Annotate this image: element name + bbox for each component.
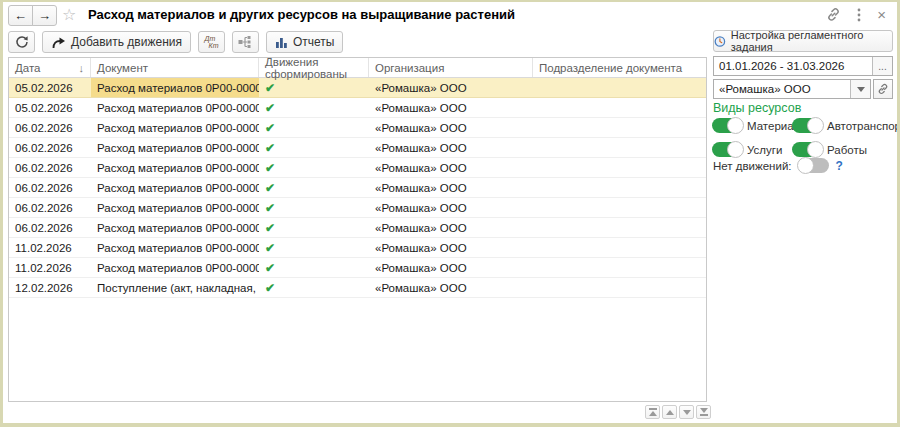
cell-organization[interactable]: «Ромашка» ООО <box>369 218 533 237</box>
go-previous-button[interactable] <box>662 405 677 419</box>
dt-kt-posting-button[interactable]: ДтКт <box>198 31 225 53</box>
cell-date[interactable]: 06.02.2026 <box>9 198 91 217</box>
cell-department[interactable] <box>533 158 706 177</box>
help-icon[interactable]: ? <box>836 159 843 173</box>
cell-date[interactable]: 06.02.2026 <box>9 178 91 197</box>
cell-department[interactable] <box>533 118 706 137</box>
period-value[interactable]: 01.01.2026 - 31.03.2026 <box>714 57 872 75</box>
reports-button[interactable]: Отчеты <box>266 31 343 53</box>
cell-department[interactable] <box>533 238 706 257</box>
table-row[interactable]: 06.02.2026Расход материалов 0Р00-000011.… <box>9 198 706 218</box>
go-next-button[interactable] <box>679 405 694 419</box>
cell-date[interactable]: 06.02.2026 <box>9 158 91 177</box>
table-row[interactable]: 06.02.2026Расход материалов 0Р00-000008.… <box>9 138 706 158</box>
cell-department[interactable] <box>533 278 706 297</box>
cell-department[interactable] <box>533 218 706 237</box>
cell-posted[interactable]: ✔ <box>259 198 369 217</box>
organization-value[interactable]: «Ромашка» ООО <box>714 80 850 98</box>
column-header-1[interactable]: Документ <box>91 58 259 77</box>
toggle-autotransport[interactable] <box>792 118 822 133</box>
favorite-star-icon[interactable]: ☆ <box>62 5 76 24</box>
table-row[interactable]: 06.02.2026Расход материалов 0Р00-000007.… <box>9 118 706 138</box>
go-last-button[interactable] <box>696 405 711 419</box>
scheduled-job-settings-button[interactable]: Настройка регламентного задания <box>713 30 893 52</box>
go-first-button[interactable] <box>645 405 660 419</box>
cell-posted[interactable]: ✔ <box>259 118 369 137</box>
cell-document[interactable]: Расход материалов 0Р00-000013... <box>91 258 259 277</box>
no-movements-toggle[interactable] <box>799 158 829 173</box>
cell-date[interactable]: 05.02.2026 <box>9 98 91 117</box>
back-button[interactable]: ← <box>8 5 33 26</box>
cell-posted[interactable]: ✔ <box>259 238 369 257</box>
cell-document[interactable]: Расход материалов 0Р00-000010... <box>91 178 259 197</box>
cell-posted[interactable]: ✔ <box>259 178 369 197</box>
cell-department[interactable] <box>533 98 706 117</box>
column-header-3[interactable]: Организация <box>369 58 533 77</box>
cell-organization[interactable]: «Ромашка» ООО <box>369 198 533 217</box>
subordination-structure-button[interactable] <box>232 31 259 53</box>
toggle-services[interactable] <box>712 142 742 157</box>
toggle-works[interactable] <box>792 142 822 157</box>
cell-organization[interactable]: «Ромашка» ООО <box>369 178 533 197</box>
refresh-button[interactable] <box>8 31 35 53</box>
cell-document[interactable]: Поступление (акт, накладная, УП... <box>91 278 259 297</box>
add-movements-button[interactable]: Добавить движения <box>42 31 191 53</box>
close-icon[interactable]: × <box>877 8 886 22</box>
more-menu-icon[interactable] <box>857 8 861 22</box>
cell-date[interactable]: 06.02.2026 <box>9 218 91 237</box>
forward-button[interactable]: → <box>32 5 57 26</box>
table-row[interactable]: 12.02.2026Поступление (акт, накладная, У… <box>9 278 706 298</box>
table-row[interactable]: 11.02.2026Расход материалов 0Р00-000014.… <box>9 238 706 258</box>
cell-department[interactable] <box>533 138 706 157</box>
cell-department[interactable] <box>533 78 706 97</box>
cell-organization[interactable]: «Ромашка» ООО <box>369 238 533 257</box>
cell-date[interactable]: 06.02.2026 <box>9 118 91 137</box>
table-row[interactable]: 06.02.2026Расход материалов 0Р00-000003.… <box>9 218 706 238</box>
cell-date[interactable]: 06.02.2026 <box>9 138 91 157</box>
cell-document[interactable]: Расход материалов 0Р00-000009... <box>91 158 259 177</box>
cell-organization[interactable]: «Ромашка» ООО <box>369 158 533 177</box>
cell-organization[interactable]: «Ромашка» ООО <box>369 278 533 297</box>
cell-organization[interactable]: «Ромашка» ООО <box>369 258 533 277</box>
cell-organization[interactable]: «Ромашка» ООО <box>369 138 533 157</box>
cell-document[interactable]: Расход материалов 0Р00-000008... <box>91 138 259 157</box>
cell-posted[interactable]: ✔ <box>259 218 369 237</box>
cell-document[interactable]: Расход материалов 0Р00-000007... <box>91 118 259 137</box>
cell-posted[interactable]: ✔ <box>259 158 369 177</box>
toggle-materials[interactable] <box>712 118 742 133</box>
organization-dropdown-button[interactable] <box>850 80 870 98</box>
cell-document[interactable]: Расход материалов 0Р00-000006... <box>91 98 259 117</box>
period-more-button[interactable]: ... <box>872 57 892 75</box>
table-row[interactable]: 11.02.2026Расход материалов 0Р00-000013.… <box>9 258 706 278</box>
cell-date[interactable]: 05.02.2026 <box>9 78 91 97</box>
cell-document[interactable]: Расход материалов 0Р00-000005... <box>91 78 259 97</box>
column-header-0[interactable]: Дата↓ <box>9 58 91 77</box>
cell-posted[interactable]: ✔ <box>259 98 369 117</box>
table-row[interactable]: 05.02.2026Расход материалов 0Р00-000005.… <box>9 78 706 98</box>
column-header-4[interactable]: Подразделение документа <box>533 58 706 77</box>
cell-department[interactable] <box>533 258 706 277</box>
cell-organization[interactable]: «Ромашка» ООО <box>369 98 533 117</box>
cell-document[interactable]: Расход материалов 0Р00-000014... <box>91 238 259 257</box>
cell-date[interactable]: 11.02.2026 <box>9 258 91 277</box>
cell-department[interactable] <box>533 178 706 197</box>
cell-department[interactable] <box>533 198 706 217</box>
table-row[interactable]: 06.02.2026Расход материалов 0Р00-000009.… <box>9 158 706 178</box>
organization-open-button[interactable] <box>873 79 893 99</box>
cell-document[interactable]: Расход материалов 0Р00-000011... <box>91 198 259 217</box>
column-header-2[interactable]: Движения сформированы <box>259 58 369 77</box>
cell-organization[interactable]: «Ромашка» ООО <box>369 118 533 137</box>
cell-organization[interactable]: «Ромашка» ООО <box>369 78 533 97</box>
cell-posted[interactable]: ✔ <box>259 78 369 97</box>
table-row[interactable]: 05.02.2026Расход материалов 0Р00-000006.… <box>9 98 706 118</box>
organization-combo[interactable]: «Ромашка» ООО <box>713 79 871 99</box>
period-field[interactable]: 01.01.2026 - 31.03.2026 ... <box>713 56 893 76</box>
cell-posted[interactable]: ✔ <box>259 258 369 277</box>
cell-document[interactable]: Расход материалов 0Р00-000003... <box>91 218 259 237</box>
cell-posted[interactable]: ✔ <box>259 138 369 157</box>
cell-date[interactable]: 11.02.2026 <box>9 238 91 257</box>
cell-posted[interactable]: ✔ <box>259 278 369 297</box>
table-row[interactable]: 06.02.2026Расход материалов 0Р00-000010.… <box>9 178 706 198</box>
cell-date[interactable]: 12.02.2026 <box>9 278 91 297</box>
link-icon[interactable] <box>826 7 841 22</box>
